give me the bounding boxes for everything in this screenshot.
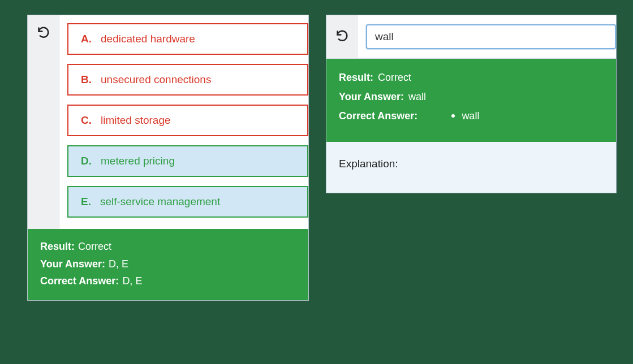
undo-column	[326, 15, 358, 58]
bullet-icon	[451, 114, 455, 118]
correct-answer-line: Correct Answer: D, E	[40, 272, 296, 290]
your-answer-value: wall	[408, 87, 426, 106]
result-value: Correct	[378, 68, 411, 87]
option-text: dedicated hardware	[101, 33, 195, 45]
your-answer-label: Your Answer:	[40, 255, 105, 273]
explanation-block: Explanation:	[326, 142, 616, 193]
quiz-panel-multiple-choice: A. dedicated hardware B. unsecured conne…	[27, 15, 309, 301]
your-answer-line: Your Answer: D, E	[40, 255, 296, 273]
option-d[interactable]: D. metered pricing	[67, 145, 308, 177]
option-letter: E.	[81, 196, 91, 208]
option-text: limited storage	[101, 114, 171, 127]
panel-top-row: A. dedicated hardware B. unsecured conne…	[28, 15, 308, 229]
correct-answer-value: wall	[462, 106, 479, 125]
option-c[interactable]: C. limited storage	[67, 105, 308, 136]
undo-column	[28, 15, 59, 229]
your-answer-line: Your Answer: wall	[339, 87, 604, 106]
option-text: self-service management	[100, 196, 220, 208]
result-block: Result: Correct Your Answer: D, E Correc…	[28, 229, 308, 300]
undo-icon[interactable]	[37, 25, 50, 41]
correct-answer-label: Correct Answer:	[339, 106, 417, 125]
option-e[interactable]: E. self-service management	[67, 186, 308, 218]
options-list: A. dedicated hardware B. unsecured conne…	[59, 15, 308, 229]
result-block: Result: Correct Your Answer: wall Correc…	[326, 59, 616, 142]
correct-answer-label: Correct Answer:	[40, 272, 119, 290]
your-answer-label: Your Answer:	[339, 87, 404, 106]
option-text: unsecured connections	[101, 73, 211, 86]
correct-answer-line: Correct Answer: wall	[339, 106, 604, 125]
explanation-label: Explanation:	[339, 158, 398, 170]
option-letter: D.	[81, 155, 92, 167]
undo-icon[interactable]	[335, 29, 349, 45]
option-letter: A.	[81, 33, 92, 45]
result-value: Correct	[78, 238, 111, 255]
panel-top-row	[326, 15, 616, 59]
option-letter: C.	[81, 114, 92, 127]
quiz-panel-text-input: Result: Correct Your Answer: wall Correc…	[326, 15, 617, 193]
correct-answer-value: D, E	[122, 272, 142, 290]
result-line: Result: Correct	[339, 68, 604, 87]
your-answer-value: D, E	[109, 255, 128, 273]
option-b[interactable]: B. unsecured connections	[67, 64, 308, 96]
option-letter: B.	[81, 73, 92, 86]
input-column	[358, 15, 616, 58]
option-a[interactable]: A. dedicated hardware	[67, 23, 308, 55]
option-text: metered pricing	[101, 155, 175, 167]
result-line: Result: Correct	[40, 238, 296, 255]
answer-input[interactable]	[366, 24, 616, 49]
result-label: Result:	[40, 238, 75, 255]
result-label: Result:	[339, 68, 373, 87]
